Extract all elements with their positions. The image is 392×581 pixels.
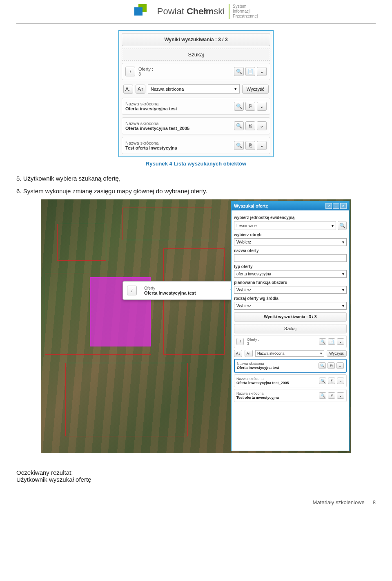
sort-field-select[interactable]: Nazwa skrócona▾ <box>148 84 240 94</box>
select-icon[interactable]: ⎘ <box>245 102 255 111</box>
select-icon[interactable]: ⎘ <box>328 392 335 399</box>
info-icon[interactable]: i <box>236 338 244 345</box>
source-select[interactable]: Wybierz▾ <box>234 302 347 310</box>
step-5: 5. Użytkownik wybiera szukaną ofertę, <box>16 174 376 183</box>
sort-desc-icon[interactable]: A↑ <box>245 350 253 357</box>
result-item[interactable]: Nazwa skróconaOferta inwestycyjna test 🔍… <box>234 359 347 373</box>
result-item[interactable]: Nazwa skróconaOferta inwestycyjna test_2… <box>234 374 347 387</box>
panel-header: Wyszukaj ofertę ? – × <box>232 201 349 210</box>
function-select[interactable]: Wybierz▾ <box>234 286 347 294</box>
district-select[interactable]: Wybierz▾ <box>234 238 347 246</box>
sort-asc-icon[interactable]: A↓ <box>123 85 133 94</box>
zoom-icon[interactable]: 🔍 <box>338 221 347 230</box>
search-results-panel: Wyniki wyszukiwania : 3 / 3 Szukaj i Ofe… <box>118 30 274 157</box>
results-count-bar: Wyniki wyszukiwania : 3 / 3 <box>234 312 347 322</box>
unit-select[interactable]: Leśniowice▾ <box>234 221 336 230</box>
result-item[interactable]: Nazwa skróconaTest oferta inwestycyjna 🔍… <box>234 389 347 402</box>
zoom-icon[interactable]: 🔍 <box>234 121 244 130</box>
search-offer-panel: Wyszukaj ofertę ? – × wybierz jednostkę … <box>231 201 350 451</box>
select-icon[interactable]: ⎘ <box>245 121 255 130</box>
chevron-down-icon[interactable]: ⌄ <box>257 141 267 150</box>
clear-button[interactable]: Wyczyść <box>327 350 347 357</box>
zoom-icon[interactable]: 🔍 <box>319 378 326 384</box>
label-unit: wybierz jednostkę ewidencyjną <box>234 215 347 220</box>
sort-desc-icon[interactable]: A↑ <box>136 85 145 94</box>
chevron-down-icon[interactable]: ⌄ <box>337 338 344 345</box>
result-item[interactable]: Nazwa skróconaOferta inwestycyjna test_2… <box>122 117 270 134</box>
zoom-icon[interactable]: 🔍 <box>234 102 244 111</box>
help-icon[interactable]: ? <box>325 203 332 209</box>
sort-asc-icon[interactable]: A↓ <box>234 350 242 357</box>
zoom-icon[interactable]: 🔍 <box>319 392 326 399</box>
chevron-down-icon[interactable]: ⌄ <box>336 362 344 369</box>
offers-summary-row: i Oferty :3 🔍 📄 ⌄ <box>234 335 347 348</box>
document-header: Powiat Chełmski System Informacji Przest… <box>16 0 376 24</box>
chevron-down-icon[interactable]: ⌄ <box>257 67 267 76</box>
page-footer: Materiały szkoleniowe 8 <box>16 499 376 505</box>
zoom-icon[interactable]: 🔍 <box>319 338 326 345</box>
sort-field-select[interactable]: Nazwa skrócona▾ <box>255 350 324 357</box>
label-district: wybierz obręb <box>234 232 347 237</box>
results-count-bar: Wyniki wyszukiwania : 3 / 3 <box>122 33 270 46</box>
chevron-down-icon[interactable]: ⌄ <box>257 121 267 130</box>
map-screenshot: × i Oferty Oferta inwestycyjna test › Wy… <box>41 199 351 453</box>
sort-controls: A↓ A↑ Nazwa skrócona▾ Wyczyść <box>122 83 270 95</box>
label-offer-type: typ oferty <box>234 264 347 269</box>
search-button[interactable]: Szukaj <box>234 324 347 333</box>
select-icon[interactable]: ⎘ <box>328 378 335 384</box>
brand-text: Powiat Chełmski <box>157 6 225 17</box>
tagline: System Informacji Przestrzennej <box>229 4 258 19</box>
label-function: planowana funkcja obszaru <box>234 280 347 285</box>
select-icon[interactable]: ⎘ <box>327 362 335 369</box>
zoom-icon[interactable]: 🔍 <box>234 67 244 76</box>
step-6: 6. System wykonuje zmianę zasięgu mapy g… <box>16 187 376 195</box>
label-offer-name: nazwa oferty <box>234 248 347 253</box>
chevron-down-icon[interactable]: ⌄ <box>337 392 344 399</box>
expected-result: Oczekiwany rezultat: Użytkownik wyszukał… <box>16 469 376 483</box>
figure-caption: Rysunek 4 Lista wyszukanych obiektów <box>16 161 376 167</box>
report-icon[interactable]: 📄 <box>245 67 255 76</box>
chevron-down-icon: ▾ <box>234 86 237 92</box>
logo-icon <box>134 4 153 19</box>
close-icon[interactable]: × <box>340 203 347 209</box>
clear-button[interactable]: Wyczyść <box>242 85 269 94</box>
label-source: rodzaj oferty wg źródła <box>234 296 347 301</box>
offers-summary-row: i Oferty : 3 🔍 📄 ⌄ <box>122 63 270 80</box>
result-item[interactable]: Nazwa skróconaOferta inwestycyjna test 🔍… <box>122 98 270 115</box>
offer-type-select[interactable]: oferta inwestycyjna▾ <box>234 270 347 278</box>
offer-name-input[interactable] <box>234 254 347 262</box>
chevron-down-icon[interactable]: ⌄ <box>337 378 344 384</box>
search-button[interactable]: Szukaj <box>122 49 270 60</box>
select-icon[interactable]: ⎘ <box>245 141 255 150</box>
logo: Powiat Chełmski System Informacji Przest… <box>134 4 258 19</box>
minimize-icon[interactable]: – <box>333 203 339 209</box>
info-icon[interactable]: i <box>125 67 135 76</box>
report-icon[interactable]: 📄 <box>328 338 335 345</box>
zoom-icon[interactable]: 🔍 <box>234 141 244 150</box>
map-tooltip: × i Oferty Oferta inwestycyjna test › <box>122 281 237 300</box>
result-item[interactable]: Nazwa skróconaTest oferta inwestycyjna 🔍… <box>122 137 270 154</box>
info-icon: i <box>127 286 137 295</box>
zoom-icon[interactable]: 🔍 <box>318 362 326 369</box>
chevron-down-icon[interactable]: ⌄ <box>257 102 267 111</box>
